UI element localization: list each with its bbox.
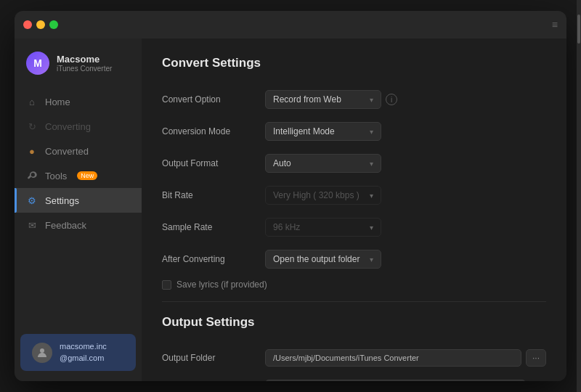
conversion-mode-control: Intelligent Mode ▾: [265, 122, 546, 141]
output-filename-control: Track Number × Title × +: [265, 380, 546, 381]
brand-text: Macsome iTunes Converter: [57, 54, 112, 73]
output-folder-input[interactable]: /Users/mjbj/Documents/iTunes Converter: [265, 349, 521, 367]
convert-settings-title: Convert Settings: [162, 56, 546, 70]
convert-option-select[interactable]: Record from Web ▾: [265, 90, 381, 109]
app-window: ≡ M Macsome iTunes Converter ⌂ Home ↻: [15, 11, 566, 381]
chevron-down-icon: ▾: [370, 96, 373, 104]
sidebar-item-tools[interactable]: Tools New: [15, 163, 142, 188]
sidebar-label-tools: Tools: [45, 171, 67, 181]
convert-option-control: Record from Web ▾ i: [265, 90, 546, 109]
sidebar-item-converting[interactable]: ↻ Converting: [15, 114, 142, 139]
output-settings-grid: Output Folder /Users/mjbj/Documents/iTun…: [162, 343, 546, 381]
chevron-down-icon: ▾: [370, 192, 373, 200]
save-lyrics-checkbox[interactable]: [162, 280, 171, 290]
chevron-down-icon: ▾: [370, 256, 373, 264]
bit-rate-text: Very High ( 320 kbps ): [273, 190, 359, 200]
svg-point-0: [40, 348, 44, 353]
conversion-mode-label: Conversion Mode: [162, 126, 256, 136]
converted-icon: ●: [26, 145, 38, 157]
output-format-label: Output Format: [162, 158, 256, 168]
after-converting-select[interactable]: Open the output folder ▾: [265, 250, 381, 269]
sidebar-label-converted: Converted: [45, 146, 89, 157]
brand-subtitle: iTunes Converter: [57, 65, 112, 73]
close-button[interactable]: [23, 20, 32, 29]
chevron-down-icon: ▾: [370, 128, 373, 136]
sidebar-bottom: macsome.inc @gmail.com: [15, 324, 142, 381]
settings-icon: ⚙: [26, 195, 38, 206]
sidebar-label-converting: Converting: [45, 121, 91, 132]
user-email-line1: macsome.inc: [60, 341, 107, 352]
maximize-button[interactable]: [49, 20, 58, 29]
menu-icon[interactable]: ≡: [552, 19, 558, 30]
filename-tags-input[interactable]: Track Number × Title ×: [265, 380, 526, 381]
content-area: Convert Settings Convert Option Record f…: [142, 38, 566, 381]
output-folder-input-row: /Users/mjbj/Documents/iTunes Converter ·…: [265, 349, 546, 367]
active-indicator: [15, 188, 17, 213]
tools-badge: New: [77, 171, 97, 180]
sidebar: M Macsome iTunes Converter ⌂ Home ↻ Conv…: [15, 38, 142, 381]
after-converting-label: After Converting: [162, 254, 256, 264]
sample-rate-value: 96 kHz ▾: [265, 218, 381, 237]
convert-settings-grid: Convert Option Record from Web ▾ i Conve…: [162, 83, 546, 294]
save-lyrics-label: Save lyrics (if provided): [176, 279, 267, 290]
brand-name: Macsome: [57, 54, 112, 65]
sidebar-label-feedback: Feedback: [45, 220, 86, 231]
sidebar-label-settings: Settings: [45, 195, 79, 206]
output-folder-control: /Users/mjbj/Documents/iTunes Converter ·…: [265, 349, 546, 367]
convert-option-info-icon[interactable]: i: [386, 94, 397, 105]
titlebar: ≡: [15, 11, 566, 38]
sample-rate-row: Sample Rate 96 kHz ▾: [162, 211, 546, 243]
user-avatar: [32, 343, 52, 363]
output-format-value: Auto: [273, 158, 291, 168]
sample-rate-control: 96 kHz ▾: [265, 218, 546, 237]
user-text: macsome.inc @gmail.com: [60, 341, 107, 364]
brand-avatar: M: [26, 52, 49, 75]
sidebar-nav: ⌂ Home ↻ Converting ● Converted: [15, 86, 142, 324]
conversion-mode-row: Conversion Mode Intelligent Mode ▾: [162, 115, 546, 147]
tools-icon: [26, 170, 38, 181]
sidebar-item-converted[interactable]: ● Converted: [15, 139, 142, 163]
user-email-line2: @gmail.com: [60, 353, 107, 364]
chevron-down-icon: ▾: [370, 160, 373, 168]
home-icon: ⌂: [26, 96, 38, 107]
convert-option-row: Convert Option Record from Web ▾ i: [162, 83, 546, 115]
after-converting-row: After Converting Open the output folder …: [162, 243, 546, 275]
bit-rate-row: Bit Rate Very High ( 320 kbps ) ▾: [162, 179, 546, 211]
output-folder-row: Output Folder /Users/mjbj/Documents/iTun…: [162, 343, 546, 373]
sidebar-item-settings[interactable]: ⚙ Settings: [15, 188, 142, 213]
convert-option-label: Convert Option: [162, 94, 256, 105]
chevron-down-icon: ▾: [370, 224, 373, 232]
feedback-icon: ✉: [26, 219, 38, 231]
sidebar-brand: M Macsome iTunes Converter: [15, 44, 142, 86]
conversion-mode-value: Intelligent Mode: [273, 126, 335, 136]
sample-rate-label: Sample Rate: [162, 222, 256, 232]
output-format-row: Output Format Auto ▾: [162, 147, 546, 179]
save-lyrics-row: Save lyrics (if provided): [162, 275, 546, 294]
output-format-control: Auto ▾: [265, 154, 546, 173]
output-format-select[interactable]: Auto ▾: [265, 154, 381, 173]
user-profile[interactable]: macsome.inc @gmail.com: [20, 334, 136, 371]
after-converting-control: Open the output folder ▾: [265, 250, 546, 269]
bit-rate-value: Very High ( 320 kbps ) ▾: [265, 186, 381, 205]
main-content: M Macsome iTunes Converter ⌂ Home ↻ Conv…: [15, 38, 566, 381]
sidebar-label-home: Home: [45, 97, 70, 107]
after-converting-value: Open the output folder: [273, 254, 359, 264]
conversion-mode-select[interactable]: Intelligent Mode ▾: [265, 122, 381, 141]
section-divider: [162, 301, 546, 302]
output-folder-label: Output Folder: [162, 353, 256, 363]
sample-rate-text: 96 kHz: [273, 222, 300, 232]
output-filename-row: Output File Name Track Number × Title ×: [162, 373, 546, 381]
traffic-lights: [23, 20, 58, 29]
converting-icon: ↻: [26, 121, 38, 132]
sidebar-item-home[interactable]: ⌂ Home: [15, 89, 142, 114]
minimize-button[interactable]: [36, 20, 45, 29]
bit-rate-control: Very High ( 320 kbps ) ▾: [265, 186, 546, 205]
sidebar-item-feedback[interactable]: ✉ Feedback: [15, 213, 142, 237]
convert-option-value: Record from Web: [273, 94, 341, 105]
output-settings-title: Output Settings: [162, 315, 546, 330]
bit-rate-label: Bit Rate: [162, 190, 256, 200]
folder-browse-button[interactable]: ···: [526, 349, 546, 367]
